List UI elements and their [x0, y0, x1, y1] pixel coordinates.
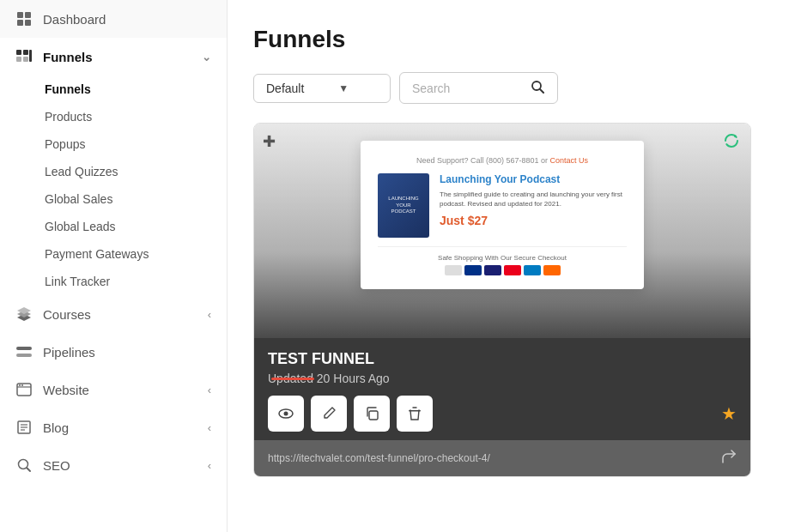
- sidebar-item-label: Courses: [43, 307, 91, 322]
- payment-logos: [378, 265, 627, 275]
- chevron-down-icon: ▼: [338, 82, 349, 94]
- sidebar-item-blog[interactable]: Blog ‹: [0, 408, 227, 446]
- funnel-name: TEST FUNNEL: [268, 350, 737, 368]
- sidebar-item-label: Dashboard: [43, 12, 106, 27]
- dashboard-icon: [15, 10, 33, 27]
- share-icon[interactable]: [721, 449, 737, 468]
- svg-rect-2: [17, 20, 23, 26]
- sidebar-sub-item-lead-quizzes[interactable]: Lead Quizzes: [0, 158, 227, 185]
- main-content: Funnels Default ▼ ✚: [228, 0, 801, 532]
- svg-line-19: [27, 469, 31, 472]
- sidebar-item-label: Blog: [43, 420, 69, 435]
- sidebar-sub-item-funnels[interactable]: Funnels: [0, 76, 227, 103]
- payment-logo-visa: [484, 265, 501, 275]
- courses-icon: [15, 305, 33, 323]
- svg-rect-1: [25, 12, 31, 18]
- seo-icon: [15, 456, 33, 474]
- chevron-left-icon: ‹: [208, 384, 211, 396]
- delete-button[interactable]: [397, 396, 433, 432]
- sidebar-sub-item-payment-gateways[interactable]: Payment Gateways: [0, 240, 227, 268]
- chevron-left-icon: ‹: [208, 308, 211, 321]
- payment-logo-mcafee: [445, 265, 462, 275]
- sidebar-item-pipelines[interactable]: Pipelines: [0, 333, 227, 371]
- preview-price: Just $27: [440, 214, 627, 227]
- sidebar-sub-item-popups[interactable]: Popups: [0, 130, 227, 158]
- svg-line-21: [540, 89, 543, 93]
- search-icon[interactable]: [531, 80, 544, 96]
- card-info: TEST FUNNEL Updated 20 Hours Ago: [254, 338, 750, 440]
- sidebar-item-seo[interactable]: SEO ‹: [0, 446, 227, 484]
- svg-point-13: [19, 384, 21, 386]
- toolbar: Default ▼: [253, 72, 775, 104]
- search-box: [399, 72, 558, 104]
- funnel-card: ✚ Need Support? Call (800) 567-8801 or C…: [253, 123, 751, 477]
- svg-rect-9: [16, 347, 32, 350]
- payment-logo-mc: [504, 265, 521, 275]
- sidebar-item-label: Pipelines: [43, 345, 95, 360]
- card-actions: ★: [268, 396, 737, 432]
- sidebar-item-label: Website: [43, 383, 89, 397]
- preview-text: Launching Your Podcast The simplified gu…: [440, 173, 627, 227]
- svg-rect-8: [29, 50, 32, 62]
- preview-header: Need Support? Call (800) 567-8801 or Con…: [378, 156, 627, 165]
- payment-logo-discover: [543, 265, 561, 275]
- blog-icon: [15, 419, 33, 436]
- svg-rect-4: [16, 50, 21, 55]
- podcast-book-image: LAUNCHING YOURPODCAST: [378, 173, 429, 238]
- sidebar-item-label: Funnels: [43, 50, 93, 64]
- move-icon[interactable]: ✚: [263, 132, 276, 151]
- payment-logo-amex: [524, 265, 541, 275]
- card-preview: ✚ Need Support? Call (800) 567-8801 or C…: [254, 124, 750, 338]
- svg-point-14: [21, 384, 23, 386]
- dropdown-label: Default: [266, 82, 304, 95]
- svg-rect-3: [25, 20, 31, 26]
- preview-body: LAUNCHING YOURPODCAST Launching Your Pod…: [378, 173, 627, 238]
- sidebar-item-dashboard[interactable]: Dashboard: [0, 0, 227, 38]
- view-button[interactable]: [268, 396, 304, 432]
- star-button[interactable]: ★: [721, 403, 737, 424]
- sidebar-sub-item-global-leads[interactable]: Global Leads: [0, 213, 227, 240]
- svg-rect-5: [23, 50, 28, 55]
- sidebar: Dashboard Funnels ⌄ Funnels Products Pop…: [0, 0, 228, 532]
- sidebar-item-funnels[interactable]: Funnels ⌄: [0, 38, 227, 76]
- sidebar-sub-item-global-sales[interactable]: Global Sales: [0, 185, 227, 213]
- search-input[interactable]: [412, 82, 524, 95]
- default-dropdown[interactable]: Default ▼: [253, 74, 391, 103]
- svg-point-23: [284, 412, 288, 416]
- preview-title: Launching Your Podcast: [440, 173, 627, 185]
- card-url-bar: https://itechvalet.com/test-funnel/pro-c…: [254, 440, 750, 476]
- funnels-icon: [15, 48, 33, 65]
- sidebar-item-label: SEO: [43, 458, 70, 473]
- preview-footer: Safe Shopping With Our Secure Checkout: [378, 246, 627, 275]
- chevron-left-icon: ‹: [208, 459, 211, 472]
- sidebar-sub-item-link-tracker[interactable]: Link Tracker: [0, 268, 227, 295]
- sidebar-sub-item-products[interactable]: Products: [0, 103, 227, 130]
- preview-inner: Need Support? Call (800) 567-8801 or Con…: [361, 141, 644, 289]
- chevron-down-icon: ⌄: [202, 51, 211, 63]
- website-icon: [15, 381, 33, 398]
- svg-rect-10: [16, 354, 32, 357]
- sidebar-item-website[interactable]: Website ‹: [0, 371, 227, 408]
- page-title: Funnels: [253, 26, 775, 53]
- svg-rect-6: [16, 57, 21, 62]
- svg-rect-0: [17, 12, 23, 18]
- svg-rect-24: [369, 411, 378, 420]
- svg-rect-7: [23, 57, 28, 62]
- refresh-icon[interactable]: [723, 132, 740, 154]
- payment-logo-paypal: [464, 265, 482, 275]
- funnel-updated: Updated 20 Hours Ago: [268, 372, 737, 385]
- edit-button[interactable]: [311, 396, 347, 432]
- sidebar-item-courses[interactable]: Courses ‹: [0, 295, 227, 333]
- card-url-text: https://itechvalet.com/test-funnel/pro-c…: [268, 452, 490, 464]
- chevron-left-icon: ‹: [208, 421, 211, 434]
- pipelines-icon: [15, 343, 33, 360]
- card-underline: [271, 378, 314, 380]
- preview-description: The simplified guide to creating and lau…: [440, 190, 627, 209]
- copy-button[interactable]: [354, 396, 390, 432]
